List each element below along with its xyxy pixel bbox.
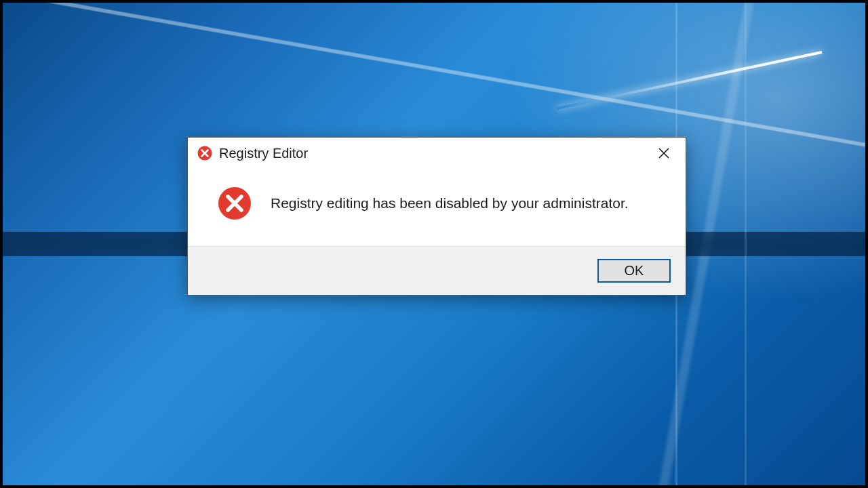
- desktop-decoration: [745, 3, 747, 485]
- desktop-background: Registry Editor Registry editing has bee…: [3, 3, 865, 485]
- desktop-decoration: [557, 51, 823, 110]
- error-dialog: Registry Editor Registry editing has bee…: [187, 137, 686, 296]
- dialog-title: Registry Editor: [219, 146, 308, 161]
- dialog-footer: OK: [188, 246, 686, 295]
- close-button[interactable]: [650, 143, 677, 163]
- ok-button[interactable]: OK: [597, 259, 671, 283]
- error-icon: [218, 186, 252, 220]
- close-icon: [658, 147, 670, 159]
- error-icon: [197, 146, 212, 161]
- titlebar-left: Registry Editor: [197, 146, 308, 161]
- dialog-body: Registry editing has been disabled by yo…: [188, 167, 686, 246]
- dialog-titlebar: Registry Editor: [188, 138, 686, 167]
- dialog-message: Registry editing has been disabled by yo…: [271, 195, 629, 211]
